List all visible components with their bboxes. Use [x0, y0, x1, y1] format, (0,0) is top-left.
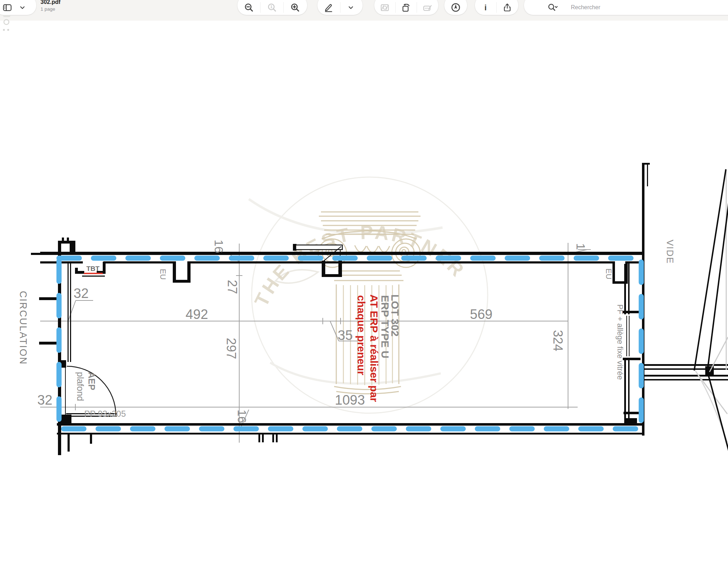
label-tbt: TBT — [86, 265, 100, 272]
zoom-in-icon — [290, 2, 300, 12]
label-erp-type: ERP TYPE U — [379, 295, 391, 358]
search-input[interactable] — [570, 4, 707, 11]
markup-button[interactable] — [317, 0, 340, 15]
search-options-button[interactable] — [542, 0, 564, 15]
label-eu-right: EU — [604, 268, 613, 279]
zoom-out-button[interactable] — [237, 0, 260, 15]
info-button[interactable]: i — [475, 0, 496, 15]
toolbar: 302.pdf 1 page 1 — [0, 0, 728, 21]
info-share-pill: i — [475, 0, 518, 15]
label-vide: VIDE — [665, 240, 675, 264]
eu-fixture-left — [173, 261, 191, 283]
markup-options-button[interactable] — [341, 0, 361, 15]
tools-pill — [374, 0, 438, 15]
vide-truss — [694, 169, 728, 451]
rotate-icon — [401, 3, 411, 12]
eu-fixture-right — [612, 261, 628, 284]
chevron-down-icon — [348, 6, 353, 9]
chevron-down-icon — [20, 6, 25, 9]
annotation-line2: chaque preneur — [355, 295, 367, 375]
search-icon — [547, 3, 559, 12]
annotation-line1: AT ERP à réaliser par — [368, 294, 380, 402]
dim-16-bottom: 16 — [235, 410, 249, 423]
dim-297: 297 — [224, 338, 239, 359]
floor-plan-canvas[interactable]: THE BEST PARTNER — [0, 0, 728, 565]
label-plafond: plafond — [75, 372, 85, 401]
sidebar-chevron-button[interactable] — [17, 0, 28, 15]
svg-text:1: 1 — [270, 5, 272, 9]
sidebar-icon — [2, 3, 12, 12]
dim-324: 324 — [551, 330, 565, 351]
rotate-button[interactable] — [396, 0, 417, 15]
zoom-pill: 1 — [237, 0, 307, 15]
redact-button[interactable] — [374, 0, 395, 15]
document-title: 302.pdf — [41, 0, 60, 5]
dim-16-top: 16 — [212, 240, 226, 253]
svg-text:i: i — [485, 3, 487, 12]
dim-32-top: 32 — [74, 286, 89, 301]
zoom-out-icon — [244, 2, 254, 12]
watermark-column: THE BEST PARTNER — [249, 177, 488, 413]
dim-27: 27 — [225, 280, 240, 294]
zoom-in-button[interactable] — [284, 0, 306, 15]
sidebar-ghost-icons — [2, 15, 15, 33]
label-pf-window: PF + allège fixe vitrée — [616, 304, 625, 380]
sidebar-pill — [0, 0, 36, 15]
actual-size-button[interactable]: 1 — [261, 0, 283, 15]
navigate-button[interactable] — [444, 0, 467, 15]
dim-1: 1 — [574, 243, 588, 250]
navigate-pill — [444, 0, 467, 15]
dim-32-bottom: 32 — [37, 393, 52, 407]
sidebar-toggle-button[interactable] — [0, 0, 17, 15]
dim-492: 492 — [186, 307, 208, 322]
label-door-ref: PP 93x205 — [84, 409, 126, 419]
share-icon — [503, 3, 512, 12]
search-pill — [524, 0, 728, 15]
document-title-block: 302.pdf 1 page — [41, 0, 60, 12]
label-circulation: CIRCULATION — [18, 291, 28, 365]
markup-pencil-icon — [324, 2, 334, 12]
dim-569: 569 — [470, 307, 492, 322]
fill-sign-button[interactable] — [417, 0, 438, 15]
dim-1093: 1093 — [335, 393, 365, 407]
fill-sign-icon — [423, 3, 432, 12]
share-button[interactable] — [497, 0, 518, 15]
navigate-compass-icon — [450, 2, 461, 13]
dim-35: 35 — [338, 328, 353, 343]
label-eu-left: EU — [159, 269, 167, 280]
actual-size-icon: 1 — [267, 2, 277, 12]
label-aep: AEP — [87, 372, 97, 390]
redact-icon — [380, 3, 390, 12]
page-count: 1 page — [41, 6, 60, 12]
plan-labels: CIRCULATION VIDE TBT EU EU LOT 302 ERP T… — [18, 240, 675, 423]
info-icon: i — [481, 3, 490, 12]
tbt-red-marker — [84, 273, 103, 274]
markup-pill — [317, 0, 363, 15]
